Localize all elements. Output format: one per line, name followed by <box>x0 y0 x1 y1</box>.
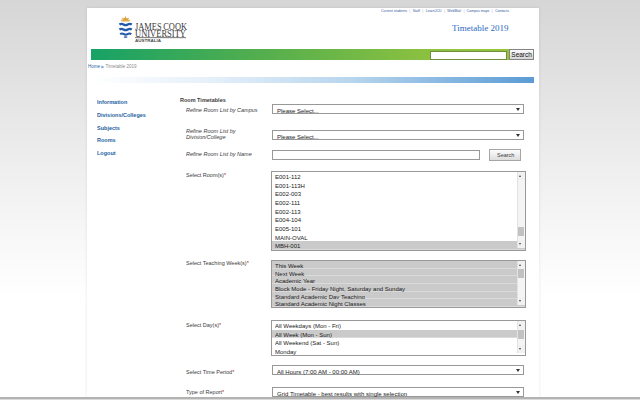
svg-text:UNIVERSITY: UNIVERSITY <box>135 28 186 39</box>
svg-text:AUSTRALIA: AUSTRALIA <box>135 38 162 43</box>
